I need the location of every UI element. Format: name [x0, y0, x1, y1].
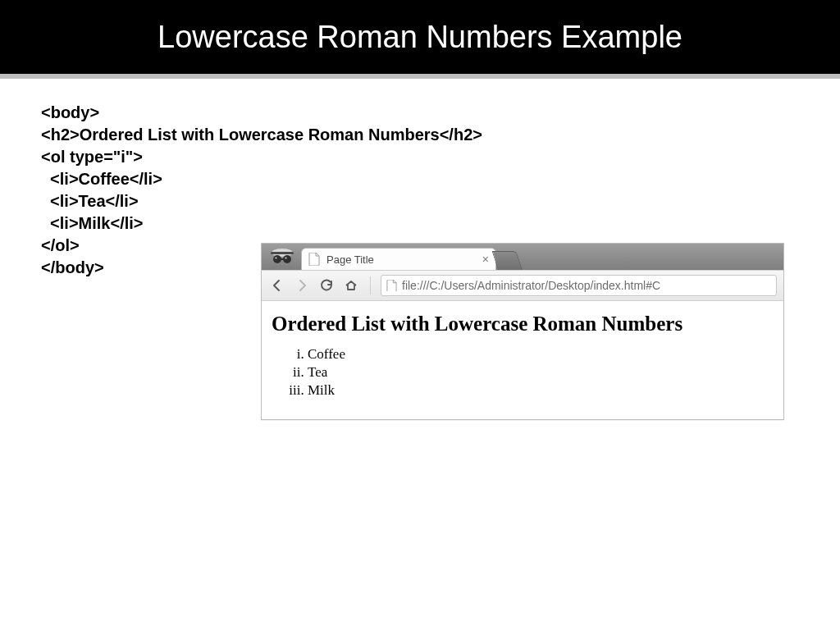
toolbar-divider [370, 276, 371, 294]
home-button[interactable] [342, 276, 360, 294]
list-item: Coffee [308, 345, 774, 363]
tab-strip: Page Title × [262, 244, 783, 270]
list-item: Milk [308, 381, 774, 399]
browser-tab[interactable]: Page Title × [301, 248, 496, 270]
svg-point-2 [273, 255, 281, 263]
url-text: file:///C:/Users/Administrator/Desktop/i… [402, 279, 660, 292]
incognito-icon [268, 246, 296, 267]
new-tab-button[interactable] [492, 251, 523, 270]
svg-point-3 [283, 255, 291, 263]
address-bar[interactable]: file:///C:/Users/Administrator/Desktop/i… [381, 275, 777, 296]
svg-rect-1 [271, 252, 294, 254]
file-icon [386, 280, 397, 292]
svg-rect-4 [281, 258, 284, 260]
browser-window: Page Title × [261, 243, 784, 420]
page-heading: Ordered List with Lowercase Roman Number… [272, 313, 774, 336]
slide-title: Lowercase Roman Numbers Example [158, 20, 682, 55]
slide-title-bar: Lowercase Roman Numbers Example [0, 0, 840, 74]
browser-toolbar: file:///C:/Users/Administrator/Desktop/i… [262, 270, 783, 301]
title-underline [0, 74, 840, 79]
reload-button[interactable] [317, 276, 336, 294]
file-icon [308, 253, 320, 266]
rendered-page: Ordered List with Lowercase Roman Number… [262, 301, 783, 419]
ordered-list: Coffee Tea Milk [293, 345, 774, 399]
list-item: Tea [308, 363, 774, 381]
svg-point-6 [285, 257, 286, 258]
svg-point-5 [275, 257, 276, 258]
close-icon[interactable]: × [482, 253, 489, 265]
back-button[interactable] [268, 276, 286, 294]
forward-button[interactable] [293, 276, 311, 294]
tab-title: Page Title [326, 253, 476, 266]
